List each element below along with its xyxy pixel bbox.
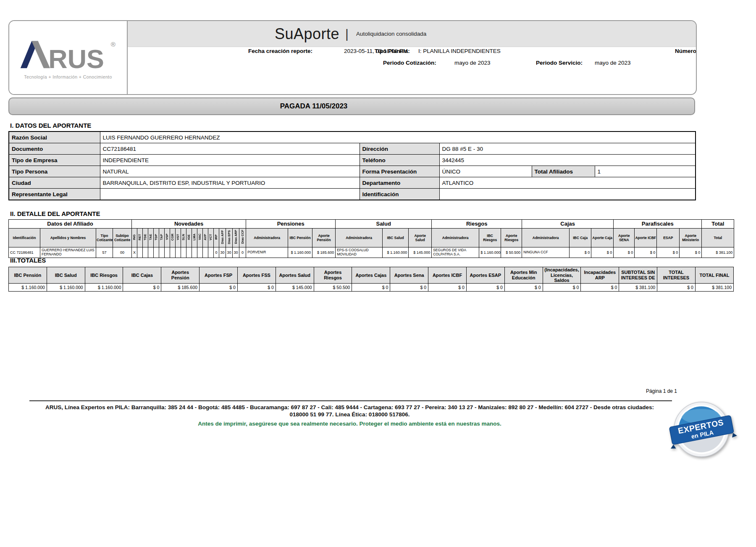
totales-table: IBC Pensión IBC Salud IBC Riesgos IBC Ca…	[8, 267, 734, 292]
tot-col-aportes-riesgos: Aportes Riesgos	[314, 267, 352, 284]
tot-ibc-pension: $ 1.160.000	[9, 283, 47, 291]
cell-nov-tae	[148, 247, 154, 258]
telefono-value: 3442445	[439, 155, 696, 166]
direccion-value: DG 88 #5 E - 30	[439, 143, 696, 155]
tipo-persona-value: NATURAL	[100, 166, 360, 177]
direccion-label: Dirección	[360, 143, 439, 155]
group-novedades: Novedades	[132, 220, 246, 229]
representante-legal-label: Representante Legal	[9, 189, 100, 200]
cell-salud-admin: EPS-S COOSALUD MOVILIDAD	[336, 247, 383, 258]
tot-col-subtotal-sin-intereses: SUBTOTAL SIN INTERESES DE	[619, 267, 657, 284]
tot-aportes-fsp: $ 0	[200, 283, 238, 291]
footer-divider	[29, 400, 672, 401]
tot-ibc-riesgos: $ 1.160.000	[85, 283, 123, 291]
col-cajas-admin: Administradora	[522, 229, 570, 247]
col-nov-avp: AVP	[203, 229, 208, 247]
tot-aportes-esap: $ 0	[466, 283, 504, 291]
status-banner: PAGADA 11/05/2023	[8, 97, 695, 115]
cell-cajas-admin: NINGUNA CCF	[522, 247, 570, 258]
col-nov-tae: TAE	[148, 229, 154, 247]
report-header: RUS ® Tecnología + Información + Conocim…	[8, 20, 697, 95]
cell-nov-tap	[159, 247, 165, 258]
arus-logo-icon: RUS ®	[18, 36, 118, 74]
col-aporte-pension: Aporte Pensión	[312, 229, 336, 247]
col-dias-arp: Días ARP	[233, 229, 239, 247]
footer-contact-line: ARUS, Línea Expertos en PILA: Barranquil…	[36, 404, 664, 418]
tot-col-aportes-esap: Aportes ESAP	[466, 267, 504, 284]
tot-col-total-final: TOTAL FINAL	[695, 267, 733, 284]
col-aporte-icbf: Aporte ICBF	[635, 229, 657, 247]
cell-esap: $ 0	[657, 247, 680, 258]
cell-nov-vac	[197, 247, 203, 258]
fecha-creacion-label: Fecha creación reporte:	[248, 48, 312, 54]
periodo-cotizacion-label: Periodo Cotización:	[383, 60, 436, 66]
total-afiliados-label: Total Afiliados	[532, 166, 595, 177]
departamento-label: Departamento	[360, 177, 439, 189]
col-nov-tde: TDE	[143, 229, 148, 247]
tot-col-aportes-fss: Aportes FSS	[237, 267, 276, 284]
tot-aportes-salud: $ 145.000	[276, 283, 314, 291]
totales-row: $ 1.160.000 $ 1.160.000 $ 1.160.000 $ 0 …	[9, 283, 734, 291]
cell-nov-vst	[176, 247, 181, 258]
cell-dias-arp: 30	[233, 247, 239, 258]
representante-legal-value	[100, 189, 360, 200]
tipo-planilla-label: Tipo Planilla:	[375, 48, 410, 54]
documento-label: Documento	[9, 143, 100, 155]
cell-nov-irp: 0	[214, 247, 219, 258]
group-total: Total	[702, 220, 734, 229]
ciudad-value: BARRANQUILLA, DISTRITO ESP, INDUSTRIAL Y…	[100, 177, 360, 189]
col-nov-irp: IRP	[214, 229, 219, 247]
cell-ibc-caja: $ 0	[570, 247, 591, 258]
section1-title: I. DATOS DEL APORTANTE	[10, 122, 91, 129]
tot-col-aportes-fsp: Aportes FSP	[200, 267, 238, 284]
cell-subtipo-cotizante: 00	[113, 247, 132, 258]
tot-subtotal-sin-intereses: $ 381.100	[619, 283, 657, 291]
col-aporte-ministerio: Aporte Ministerio	[680, 229, 702, 247]
col-nov-vac: VAC	[197, 229, 203, 247]
group-datos-afiliado: Datos del Afiliado	[9, 220, 132, 229]
cell-aporte-pension: $ 185.600	[312, 247, 336, 258]
tot-aportes-fss: $ 0	[237, 283, 276, 291]
cell-ibc-pension: $ 1.160.000	[288, 247, 312, 258]
periodo-cotizacion-value: mayo de 2023	[454, 60, 491, 66]
cell-nov-avp	[203, 247, 208, 258]
footer-eco-line: Antes de imprimir, asegúrese que sea rea…	[36, 421, 664, 427]
status-banner-text: PAGADA 11/05/2023	[9, 102, 618, 110]
col-aporte-riesgos: Aporte Riesgos	[501, 229, 522, 247]
group-pensiones: Pensiones	[246, 220, 336, 229]
col-ibc-salud: IBC Salud	[383, 229, 409, 247]
razon-social-value: LUIS FERNANDO GUERRERO HERNANDEZ	[100, 131, 696, 143]
razon-social-label: Razón Social	[9, 131, 100, 143]
col-nov-vst: VST	[176, 229, 181, 247]
col-nov-vct: VCT	[208, 229, 214, 247]
cell-total: $ 381.100	[702, 247, 734, 258]
tot-col-aportes-icbf: Aportes ICBF	[428, 267, 467, 284]
cell-nov-vct	[208, 247, 214, 258]
tot-col-incapacidades-arp: Incapacidades ARP	[581, 267, 619, 284]
cell-dias-ccf: 0	[239, 247, 246, 258]
tot-total-final: $ 381.100	[695, 283, 733, 291]
identificacion-value	[439, 189, 696, 200]
forma-presentacion-value: ÚNICO	[439, 166, 532, 177]
page-indicator: Página 1 de 1	[580, 388, 677, 394]
col-nov-tap: TAP	[159, 229, 165, 247]
col-nov-ing: ING	[132, 229, 137, 247]
section3-title: III.TOTALES	[10, 257, 46, 264]
cell-dias-afp: 30	[219, 247, 226, 258]
tot-incapacidades-licencias: $ 0	[543, 283, 581, 291]
col-aporte-sena: Aporte SENA	[614, 229, 635, 247]
tipo-empresa-label: Tipo de Empresa	[9, 155, 100, 166]
departamento-value: ATLANTICO	[439, 177, 696, 189]
col-subtipo-cotizante: Subtipo Cotizante	[113, 229, 132, 247]
col-nov-ret: RET	[137, 229, 143, 247]
col-esap: ESAP	[657, 229, 680, 247]
cell-nov-tdp	[154, 247, 159, 258]
cell-aporte-icbf: $ 0	[635, 247, 657, 258]
cell-riesgos-admin: SEGUROS DE VIDA COLPATRIA S.A.	[432, 247, 479, 258]
col-dias-afp: Días AFP	[219, 229, 226, 247]
tot-incapacidades-arp: $ 0	[581, 283, 619, 291]
col-apellidos-nombres: Apellidos y Nombres	[40, 229, 96, 247]
telefono-label: Teléfono	[360, 155, 439, 166]
logo-brand-text: RUS	[48, 44, 104, 74]
tot-aportes-min-educacion: $ 0	[504, 283, 543, 291]
